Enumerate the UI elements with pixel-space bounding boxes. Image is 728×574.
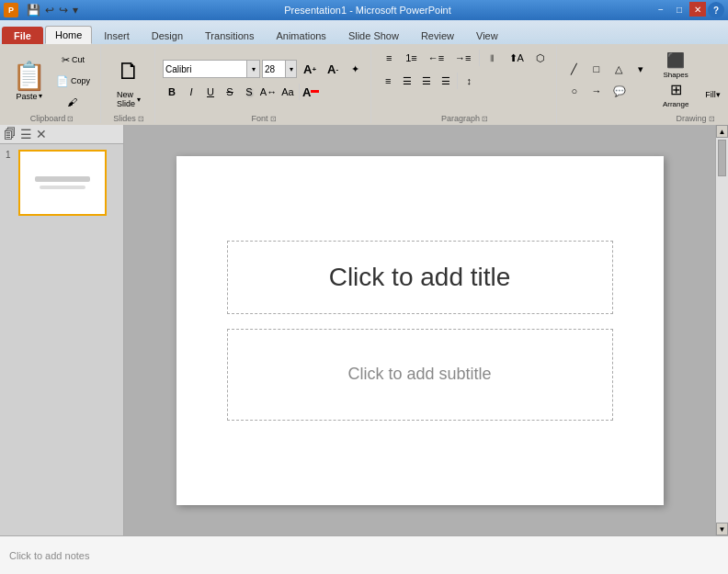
bullets-button[interactable]: ≡ bbox=[379, 48, 399, 68]
shape-arrow[interactable]: → bbox=[586, 81, 607, 101]
slide-thumbnails: 1 bbox=[0, 144, 123, 535]
undo-button[interactable]: ↩ bbox=[44, 3, 55, 17]
maximize-button[interactable]: □ bbox=[671, 2, 688, 17]
qat-dropdown-button[interactable]: ▾ bbox=[72, 3, 79, 17]
font-family-combo[interactable]: ▾ bbox=[163, 60, 260, 78]
slide-canvas[interactable]: Click to add title Click to add subtitle bbox=[176, 156, 664, 505]
format-painter-icon: 🖌 bbox=[67, 96, 77, 107]
tab-file[interactable]: File bbox=[2, 27, 43, 44]
scroll-thumb[interactable] bbox=[718, 140, 726, 176]
shapes-gallery-button[interactable]: ⬛ Shapes bbox=[657, 51, 694, 79]
align-left-button[interactable]: ≡ bbox=[379, 72, 397, 90]
subtitle-placeholder[interactable]: Click to add subtitle bbox=[227, 329, 613, 421]
paragraph-group: ≡ 1≡ ←≡ →≡ ⫴ ⬆A ⬡ ≡ ☰ ☰ ☰ ↕ Paragraph ⊡ bbox=[373, 46, 557, 123]
copy-button[interactable]: 📄 Copy bbox=[51, 71, 95, 91]
increase-indent-button[interactable]: →≡ bbox=[450, 48, 475, 68]
slide-thumb-item-1[interactable]: 1 bbox=[6, 150, 118, 216]
strikethrough-button[interactable]: S bbox=[221, 83, 239, 101]
outline-view-icon[interactable]: ☰ bbox=[20, 127, 32, 141]
arrange-button[interactable]: ⊞ Arrange bbox=[657, 81, 694, 108]
font-color-button[interactable]: A bbox=[301, 83, 320, 101]
cut-icon: ✂ bbox=[62, 54, 70, 66]
panel-close-icon[interactable]: ✕ bbox=[36, 127, 47, 141]
new-slide-dropdown-button[interactable]: NewSlide ▾ bbox=[108, 90, 149, 108]
paragraph-group-content: ≡ 1≡ ←≡ →≡ ⫴ ⬆A ⬡ ≡ ☰ ☰ ☰ ↕ bbox=[379, 48, 551, 112]
drawing-expand-icon[interactable]: ⊡ bbox=[709, 115, 715, 123]
cut-button[interactable]: ✂ Cut bbox=[51, 50, 95, 70]
clear-formatting-button[interactable]: ✦ bbox=[345, 59, 365, 79]
save-button[interactable]: 💾 bbox=[26, 3, 41, 17]
redo-button[interactable]: ↪ bbox=[58, 3, 69, 17]
change-case-button[interactable]: Aa bbox=[279, 83, 297, 101]
tab-home[interactable]: Home bbox=[45, 26, 92, 44]
columns-button[interactable]: ⫴ bbox=[483, 48, 503, 68]
new-slide-button: 🗋 NewSlide ▾ bbox=[108, 51, 149, 108]
underline-button[interactable]: U bbox=[201, 83, 220, 101]
shape-line[interactable]: ╱ bbox=[564, 59, 585, 79]
tab-transitions[interactable]: Transitions bbox=[195, 27, 264, 44]
font-label: Font ⊡ bbox=[163, 114, 365, 123]
tab-view[interactable]: View bbox=[466, 27, 508, 44]
drawing-label: Drawing ⊡ bbox=[564, 114, 728, 123]
scroll-up-button[interactable]: ▲ bbox=[716, 125, 728, 138]
bold-button[interactable]: B bbox=[163, 83, 181, 101]
shapes-label: Shapes bbox=[664, 71, 688, 79]
character-spacing-button[interactable]: A↔ bbox=[259, 83, 278, 101]
tab-animations[interactable]: Animations bbox=[266, 27, 336, 44]
shape-effects-row: Fill▾ Out▾ Eff▾ bbox=[700, 84, 728, 105]
numbering-button[interactable]: 1≡ bbox=[401, 48, 422, 68]
app-icon: P bbox=[4, 3, 18, 17]
font-size-combo[interactable]: ▾ bbox=[262, 60, 297, 78]
tab-design[interactable]: Design bbox=[142, 27, 193, 44]
format-painter-button[interactable]: 🖌 bbox=[51, 92, 95, 112]
help-button[interactable]: ? bbox=[708, 2, 724, 18]
font-expand-icon[interactable]: ⊡ bbox=[270, 115, 277, 123]
notes-area[interactable]: Click to add notes bbox=[0, 535, 728, 574]
shape-callout[interactable]: 💬 bbox=[609, 81, 631, 101]
ribbon-tab-row: File Home Insert Design Transitions Anim… bbox=[0, 20, 728, 44]
convert-to-smartart-button[interactable]: ⬡ bbox=[530, 48, 551, 68]
tab-review[interactable]: Review bbox=[411, 27, 464, 44]
close-button[interactable]: ✕ bbox=[689, 2, 706, 17]
clipboard-group-content: 📋 Paste ▾ ✂ Cut 📄 Copy 🖌 bbox=[9, 48, 95, 112]
shapes-icon: ⬛ bbox=[666, 51, 685, 69]
font-group: ▾ ▾ A+ A- ✦ B I U S S A↔ Aa A bbox=[157, 46, 371, 123]
line-spacing-button[interactable]: ↕ bbox=[460, 72, 478, 90]
new-slide-icon-button[interactable]: 🗋 bbox=[108, 51, 149, 90]
shape-tri[interactable]: △ bbox=[609, 59, 629, 79]
justify-button[interactable]: ☰ bbox=[437, 72, 455, 90]
align-right-button[interactable]: ☰ bbox=[417, 72, 436, 90]
scroll-track[interactable] bbox=[716, 138, 728, 523]
align-center-button[interactable]: ☰ bbox=[398, 72, 416, 90]
decrease-font-button[interactable]: A- bbox=[323, 59, 343, 79]
paste-dropdown-icon[interactable]: ▾ bbox=[39, 92, 42, 100]
font-family-dropdown[interactable]: ▾ bbox=[246, 61, 259, 77]
font-family-input[interactable] bbox=[164, 64, 246, 74]
shape-rect[interactable]: □ bbox=[586, 59, 607, 79]
minimize-button[interactable]: − bbox=[653, 2, 669, 17]
decrease-indent-button[interactable]: ←≡ bbox=[424, 48, 449, 68]
tab-insert[interactable]: Insert bbox=[94, 27, 140, 44]
slides-expand-icon[interactable]: ⊡ bbox=[138, 115, 144, 123]
tab-slideshow[interactable]: Slide Show bbox=[338, 27, 409, 44]
shapes-more-button[interactable]: ▾ bbox=[631, 59, 651, 79]
slide-thumbnail-1[interactable] bbox=[18, 150, 107, 216]
italic-button[interactable]: I bbox=[182, 83, 200, 101]
quick-styles-edit: ≋ QuickStyles Fill▾ Out▾ Eff▾ bbox=[700, 55, 728, 105]
main-area: 🗐 ☰ ✕ 1 Click to add title Click to add … bbox=[0, 125, 728, 535]
clipboard-expand-icon[interactable]: ⊡ bbox=[67, 115, 74, 123]
font-size-dropdown[interactable]: ▾ bbox=[285, 61, 296, 77]
title-placeholder[interactable]: Click to add title bbox=[227, 241, 613, 314]
shape-oval[interactable]: ○ bbox=[564, 81, 585, 101]
paragraph-expand-icon[interactable]: ⊡ bbox=[482, 115, 488, 123]
window-controls: − □ ✕ ? bbox=[653, 2, 724, 18]
shape-fill-button[interactable]: Fill▾ bbox=[700, 84, 725, 105]
slides-view-icon[interactable]: 🗐 bbox=[4, 127, 17, 141]
text-shadow-button[interactable]: S bbox=[240, 83, 258, 101]
scroll-down-button[interactable]: ▼ bbox=[716, 523, 728, 535]
increase-font-button[interactable]: A+ bbox=[299, 59, 321, 79]
text-direction-button[interactable]: ⬆A bbox=[505, 48, 529, 68]
quick-styles-button[interactable]: ≋ QuickStyles bbox=[700, 55, 728, 83]
paste-button[interactable]: 📋 Paste ▾ bbox=[9, 57, 49, 104]
font-size-input[interactable] bbox=[263, 64, 285, 74]
